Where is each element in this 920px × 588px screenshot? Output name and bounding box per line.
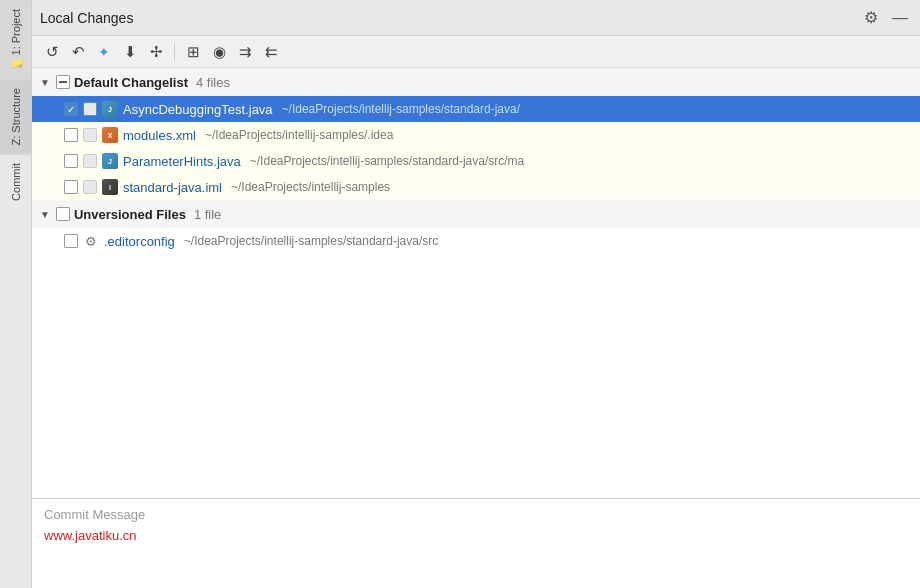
separator-1 [174,43,175,61]
changelist-name: Default Changelist [74,75,188,90]
file-checkbox[interactable] [64,234,78,248]
changelist-count: 4 files [196,75,230,90]
java-icon: J [102,101,118,117]
file-name: standard-java.iml [123,180,222,195]
file-checkbox[interactable] [64,180,78,194]
file-modified-badge [83,102,97,116]
shelve-icon: ✦ [98,44,110,60]
collapse-all-button[interactable]: ⇇ [259,40,283,64]
file-name: ParameterHints.java [123,154,241,169]
default-changelist-header[interactable]: ▼ Default Changelist 4 files [32,68,920,96]
shelve-button[interactable]: ✦ [92,40,116,64]
file-path: ~/IdeaProjects/intellij-samples/.idea [205,128,393,142]
sidebar-folder-icon: 📁 [9,58,22,71]
settings-button[interactable]: ⚙ [860,6,882,29]
refresh-button[interactable]: ↺ [40,40,64,64]
config-icon: ⚙ [83,233,99,249]
file-path: ~/IdeaProjects/intellij-samples/standard… [282,102,520,116]
main-panel: Local Changes ⚙ — ↺ ↶ ✦ ⬇ ✢ ⊞ ◉ ⇉ [32,0,920,588]
unversioned-header[interactable]: ▼ Unversioned Files 1 file [32,200,920,228]
sidebar-tab-project[interactable]: 📁 1: Project [0,0,31,79]
unshelve-button[interactable]: ⬇ [118,40,142,64]
expand-all-button[interactable]: ⇉ [233,40,257,64]
commit-label: Commit Message [44,507,908,522]
eye-icon: ◉ [213,43,226,61]
rollback-icon: ↶ [72,43,85,61]
sidebar-tab-structure[interactable]: Z: Structure [0,79,31,153]
file-checkbox[interactable]: ✓ [64,102,78,116]
expand-all-icon: ⇉ [239,43,252,61]
file-path: ~/IdeaProjects/intellij-samples/standard… [250,154,524,168]
unversioned-count: 1 file [194,207,221,222]
file-checkbox[interactable] [64,128,78,142]
file-row[interactable]: I standard-java.iml ~/IdeaProjects/intel… [32,174,920,200]
file-badge [83,128,97,142]
file-path: ~/IdeaProjects/intellij-samples [231,180,390,194]
unshelve-icon: ⬇ [124,43,137,61]
toolbar: ↺ ↶ ✦ ⬇ ✢ ⊞ ◉ ⇉ ⇇ [32,36,920,68]
diff-button[interactable]: ⊞ [181,40,205,64]
commit-link[interactable]: www.javatiku.cn [44,528,136,543]
move-button[interactable]: ✢ [144,40,168,64]
file-row[interactable]: ✓ J AsyncDebuggingTest.java ~/IdeaProjec… [32,96,920,122]
refresh-icon: ↺ [46,43,59,61]
commit-area: Commit Message www.javatiku.cn [32,498,920,588]
sidebar-tab-commit[interactable]: Commit [0,154,31,209]
collapse-triangle: ▼ [40,209,50,220]
file-name: .editorconfig [104,234,175,249]
xml-icon: X [102,127,118,143]
file-row[interactable]: ⚙ .editorconfig ~/IdeaProjects/intellij-… [32,228,920,254]
rollback-button[interactable]: ↶ [66,40,90,64]
file-row[interactable]: J ParameterHints.java ~/IdeaProjects/int… [32,148,920,174]
java-icon: J [102,153,118,169]
unversioned-name: Unversioned Files [74,207,186,222]
file-row[interactable]: X modules.xml ~/IdeaProjects/intellij-sa… [32,122,920,148]
diff-icon: ⊞ [187,43,200,61]
eye-button[interactable]: ◉ [207,40,231,64]
collapse-all-icon: ⇇ [265,43,278,61]
iml-icon: I [102,179,118,195]
collapse-triangle: ▼ [40,77,50,88]
header-actions: ⚙ — [860,6,912,29]
move-icon: ✢ [150,43,163,61]
file-name: modules.xml [123,128,196,143]
file-path: ~/IdeaProjects/intellij-samples/standard… [184,234,438,248]
file-name: AsyncDebuggingTest.java [123,102,273,117]
changelist-checkbox[interactable] [56,75,70,89]
file-badge [83,180,97,194]
minimize-button[interactable]: — [888,7,912,29]
unversioned-checkbox[interactable] [56,207,70,221]
sidebar: 📁 1: Project Z: Structure Commit [0,0,32,588]
file-tree: ▼ Default Changelist 4 files ✓ J AsyncDe… [32,68,920,498]
file-checkbox[interactable] [64,154,78,168]
file-badge [83,154,97,168]
panel-header: Local Changes ⚙ — [32,0,920,36]
panel-title: Local Changes [40,10,133,26]
